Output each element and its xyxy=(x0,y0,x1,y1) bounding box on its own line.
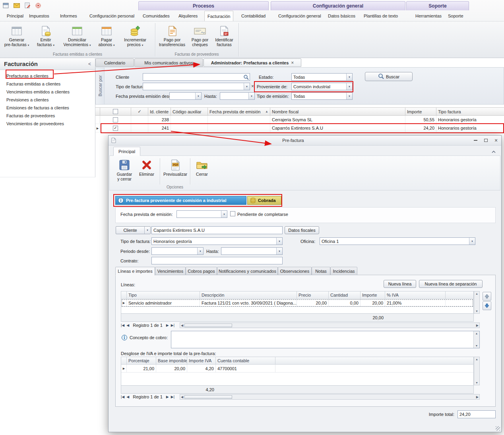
sidebar-item-prefacturas[interactable]: Prefacturas a clientes xyxy=(6,72,48,80)
ribbon-tab-impuestos[interactable]: Impuestos xyxy=(26,11,52,21)
tipo-factura-dialog-combo[interactable]: Honorarios gestoría▼ xyxy=(151,237,283,245)
column-header-fecha-prevista[interactable]: Fecha prevista de emisión▲ xyxy=(208,108,270,115)
proveniente-combo[interactable]: Comisión industrial▼ xyxy=(291,83,353,90)
sidebar-item-vencimientos-proveedores[interactable]: Vencimientos de proveedores xyxy=(6,120,64,128)
move-line-down-button[interactable] xyxy=(483,301,491,310)
ribbon-tab-contabilidad[interactable]: Contabilidad xyxy=(238,11,268,21)
emitir-facturas-button[interactable]: Emitirfacturas ▾ xyxy=(34,23,57,52)
pager-last-button[interactable]: ▶| xyxy=(171,323,174,327)
dialog-tab-principal[interactable]: Principal xyxy=(113,147,140,156)
ribbon-tab-principal[interactable]: Principal xyxy=(4,11,26,21)
scrollbar-thumb[interactable] xyxy=(184,324,232,327)
estado-combo[interactable]: Todas▼ xyxy=(291,73,353,81)
fecha-emision-picker[interactable]: ▼ xyxy=(176,210,227,218)
checked-column-header[interactable]: ✓ xyxy=(131,108,148,115)
pager-last-button[interactable]: ▶| xyxy=(171,395,174,399)
combo-arrow-icon[interactable]: ▼ xyxy=(346,93,352,99)
column-header-importe[interactable]: Importe xyxy=(405,108,436,115)
combo-arrow-icon[interactable]: ▼ xyxy=(276,238,282,245)
ribbon-tab-configuracion-personal[interactable]: Configuración personal xyxy=(87,11,137,21)
ribbon-tab-soporte[interactable]: Soporte xyxy=(445,11,466,21)
collapse-ribbon-chevron-icon[interactable] xyxy=(492,149,496,154)
sidebar-item-facturas-emitidas[interactable]: Facturas emitidas a clientes xyxy=(6,80,60,88)
dialog-titlebar[interactable]: Pre-factura × xyxy=(109,136,501,146)
ribbon-tab-plantillas-texto[interactable]: Plantillas de texto xyxy=(361,11,401,21)
doc-tab-administrador-prefacturas[interactable]: Administrador: Prefacturas a clientes × xyxy=(204,58,301,67)
close-button[interactable]: × xyxy=(491,137,501,144)
identificar-facturas-button[interactable]: Identificarfacturas xyxy=(213,23,235,52)
lines-col-tipo[interactable]: Tipo xyxy=(127,291,200,299)
concepto-vscrollbar[interactable]: ▲▼ xyxy=(473,331,479,348)
tab-observaciones[interactable]: Observaciones xyxy=(278,267,312,275)
combo-arrow-icon[interactable]: ▼ xyxy=(276,248,282,254)
combo-arrow-icon[interactable]: ▼ xyxy=(195,93,201,99)
domiciliar-vencimientos-button[interactable]: DomiciliarVencimientos ▾ xyxy=(62,23,92,52)
minimize-button[interactable] xyxy=(470,137,481,144)
doc-tab-calendario[interactable]: Calendario xyxy=(95,58,134,67)
nueva-linea-button[interactable]: Nueva línea xyxy=(384,280,416,288)
tab-notificaciones[interactable]: Notificaciones y comunicados xyxy=(217,267,278,275)
iva-col-porcentaje[interactable]: Porcentaje xyxy=(127,357,156,364)
previsualizar-button[interactable]: PDF Previsualizar xyxy=(163,157,188,185)
incrementar-precios-button[interactable]: Incrementarprecios ▾ xyxy=(121,23,149,52)
pager-next-button[interactable]: ▶ xyxy=(166,323,169,327)
move-line-up-button[interactable] xyxy=(483,292,491,301)
lines-col-iva[interactable]: % IVA xyxy=(385,291,446,299)
pager-first-button[interactable]: |◀ xyxy=(121,323,124,327)
pago-cheques-button[interactable]: Pago porcheques xyxy=(188,23,211,52)
tab-lineas-importes[interactable]: Líneas e importes xyxy=(115,267,155,276)
pager-first-button[interactable]: |◀ xyxy=(121,395,124,399)
tab-notas[interactable]: Notas xyxy=(312,267,330,275)
table-row[interactable]: ▸ Servicio administrador Factura 121/21 … xyxy=(121,299,473,307)
table-row[interactable]: ▸ 21,00 20,00 4,20 47700001 xyxy=(121,365,473,373)
cliente-field[interactable]: Caparrós Extintores S.A.U xyxy=(151,226,283,234)
window-icon[interactable] xyxy=(3,3,9,9)
table-row-selected[interactable]: ▸ ✓ 241 Caparrós Extintores S.A.U 24,20 … xyxy=(95,124,504,132)
pago-transferencias-button[interactable]: Pago portransferencias xyxy=(158,23,186,52)
combo-arrow-icon[interactable]: ▼ xyxy=(244,83,250,90)
cliente-search-input[interactable] xyxy=(143,73,250,81)
iva-col-base[interactable]: Base imponible xyxy=(156,357,187,364)
pager-next-button[interactable]: ▶ xyxy=(166,395,169,399)
scrollbar-thumb[interactable] xyxy=(184,395,232,399)
pagar-abonos-button[interactable]: Pagarabonos ▾ xyxy=(95,23,118,52)
table-row[interactable]: 238 Cerrajeria Soyma SL 50,55 Honorarios… xyxy=(95,116,504,124)
broadcast-icon[interactable] xyxy=(35,3,41,9)
lines-col-importe[interactable]: Importe xyxy=(361,291,385,299)
ribbon-tab-datos-basicos[interactable]: Datos básicos xyxy=(325,11,358,21)
column-header-id-cliente[interactable]: Id. cliente xyxy=(148,108,171,115)
concepto-cobro-textarea[interactable]: ▲▼ xyxy=(171,331,480,348)
ribbon-tab-herramientas[interactable]: Herramientas xyxy=(413,11,444,21)
cerrar-button[interactable]: Cerrar xyxy=(192,157,211,185)
tipo-factura-combo[interactable]: ▼ xyxy=(143,83,250,90)
pager-prev-button[interactable]: ◀ xyxy=(126,323,129,327)
combo-arrow-icon[interactable]: ▼ xyxy=(469,238,475,245)
pager-prev-button[interactable]: ◀ xyxy=(126,395,129,399)
tab-cobros-pagos[interactable]: Cobros pagos xyxy=(186,267,217,275)
tipo-emision-combo[interactable]: Todas▼ xyxy=(291,92,353,100)
tab-close-icon[interactable]: × xyxy=(291,60,294,66)
iva-col-cuenta[interactable]: Cuenta contable xyxy=(216,357,275,364)
datos-fiscales-button[interactable]: Datos fiscales xyxy=(285,226,319,234)
ribbon-tab-informes[interactable]: Informes xyxy=(57,11,80,21)
collapse-sidebar-button[interactable]: < xyxy=(88,61,91,67)
nueva-linea-separacion-button[interactable]: Nueva línea de separación xyxy=(419,280,483,288)
combo-arrow-icon[interactable]: ▼ xyxy=(248,93,254,99)
lines-col-descripcion[interactable]: Descripción xyxy=(200,291,297,299)
column-header-nombre-fiscal[interactable]: Nombre fiscal xyxy=(270,108,405,115)
lines-grid-vscrollbar[interactable]: ▲▼ xyxy=(474,291,480,314)
column-header-codigo-auxiliar[interactable]: Código auxiliar xyxy=(171,108,208,115)
lines-hscrollbar[interactable]: ◀▶ xyxy=(180,322,480,328)
combo-arrow-icon[interactable]: ▼ xyxy=(144,227,150,234)
doc-tab-comunicados[interactable]: Mis comunicados activos xyxy=(134,58,203,67)
pendiente-checkbox[interactable] xyxy=(230,211,235,216)
iva-grid-vscrollbar[interactable]: ▲▼ xyxy=(474,357,480,385)
note-edit-icon[interactable] xyxy=(25,2,30,9)
tab-incidencias[interactable]: Incidencias xyxy=(330,267,357,275)
tab-vencimientos[interactable]: Vencimientos xyxy=(155,267,186,275)
sidebar-item-facturas-proveedores[interactable]: Facturas de proveedores xyxy=(6,112,55,120)
ribbon-tab-alquileres[interactable]: Alquileres xyxy=(176,11,200,21)
lines-col-cantidad[interactable]: Cantidad xyxy=(329,291,361,299)
ribbon-tab-comunidades[interactable]: Comunidades xyxy=(140,11,173,21)
iva-col-importe[interactable]: Importe IVA xyxy=(187,357,216,364)
